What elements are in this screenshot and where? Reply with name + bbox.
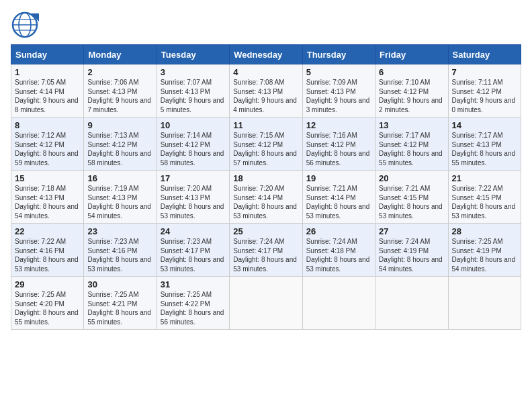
day-number: 13 <box>379 120 444 130</box>
day-number: 10 <box>161 120 226 130</box>
day-number: 15 <box>15 173 80 183</box>
day-cell-14: 14 Sunrise: 7:17 AMSunset: 4:13 PMDaylig… <box>448 118 521 171</box>
day-number: 17 <box>161 173 226 183</box>
day-cell-28: 28 Sunrise: 7:25 AMSunset: 4:19 PMDaylig… <box>448 224 521 277</box>
day-info: Sunrise: 7:23 AMSunset: 4:17 PMDaylight:… <box>161 238 224 273</box>
day-number: 31 <box>161 279 226 289</box>
day-info: Sunrise: 7:18 AMSunset: 4:13 PMDaylight:… <box>15 185 79 220</box>
calendar-table: SundayMondayTuesdayWednesdayThursdayFrid… <box>11 44 521 330</box>
day-number: 27 <box>379 226 444 236</box>
day-info: Sunrise: 7:17 AMSunset: 4:13 PMDaylight:… <box>452 132 516 167</box>
day-number: 11 <box>233 120 298 130</box>
day-cell-29: 29 Sunrise: 7:25 AMSunset: 4:20 PMDaylig… <box>11 277 84 330</box>
day-cell-25: 25 Sunrise: 7:24 AMSunset: 4:17 PMDaylig… <box>230 224 302 277</box>
calendar-week-1: 1 Sunrise: 7:05 AMSunset: 4:14 PMDayligh… <box>11 64 521 118</box>
day-number: 7 <box>452 67 517 77</box>
col-header-sunday: Sunday <box>11 45 84 64</box>
calendar-header-row: SundayMondayTuesdayWednesdayThursdayFrid… <box>11 45 521 64</box>
calendar-week-2: 8 Sunrise: 7:12 AMSunset: 4:12 PMDayligh… <box>11 118 521 171</box>
day-cell-26: 26 Sunrise: 7:24 AMSunset: 4:18 PMDaylig… <box>302 224 375 277</box>
day-info: Sunrise: 7:25 AMSunset: 4:22 PMDaylight:… <box>161 291 224 326</box>
col-header-monday: Monday <box>84 45 157 64</box>
day-info: Sunrise: 7:20 AMSunset: 4:14 PMDaylight:… <box>233 185 297 220</box>
col-header-thursday: Thursday <box>302 45 375 64</box>
day-info: Sunrise: 7:16 AMSunset: 4:12 PMDaylight:… <box>306 132 370 167</box>
day-number: 19 <box>306 173 371 183</box>
day-number: 2 <box>87 67 152 77</box>
day-number: 12 <box>306 120 371 130</box>
calendar-week-3: 15 Sunrise: 7:18 AMSunset: 4:13 PMDaylig… <box>11 171 521 224</box>
day-info: Sunrise: 7:10 AMSunset: 4:12 PMDaylight:… <box>379 79 443 113</box>
day-number: 26 <box>306 226 371 236</box>
day-info: Sunrise: 7:24 AMSunset: 4:19 PMDaylight:… <box>379 238 443 273</box>
day-cell-13: 13 Sunrise: 7:17 AMSunset: 4:12 PMDaylig… <box>375 118 448 171</box>
day-number: 3 <box>161 67 226 77</box>
day-cell-10: 10 Sunrise: 7:14 AMSunset: 4:12 PMDaylig… <box>157 118 229 171</box>
day-cell-22: 22 Sunrise: 7:22 AMSunset: 4:16 PMDaylig… <box>11 224 84 277</box>
day-cell-17: 17 Sunrise: 7:20 AMSunset: 4:13 PMDaylig… <box>157 171 229 224</box>
day-info: Sunrise: 7:05 AMSunset: 4:14 PMDaylight:… <box>15 79 79 113</box>
day-info: Sunrise: 7:23 AMSunset: 4:16 PMDaylight:… <box>87 238 151 273</box>
day-cell-6: 6 Sunrise: 7:10 AMSunset: 4:12 PMDayligh… <box>375 64 448 118</box>
logo-icon <box>11 11 39 39</box>
day-number: 6 <box>379 67 444 77</box>
page-header <box>11 11 521 39</box>
empty-cell <box>375 277 448 330</box>
day-cell-20: 20 Sunrise: 7:21 AMSunset: 4:15 PMDaylig… <box>375 171 448 224</box>
day-info: Sunrise: 7:20 AMSunset: 4:13 PMDaylight:… <box>161 185 224 220</box>
day-info: Sunrise: 7:06 AMSunset: 4:13 PMDaylight:… <box>87 79 151 113</box>
col-header-friday: Friday <box>375 45 448 64</box>
day-info: Sunrise: 7:12 AMSunset: 4:12 PMDaylight:… <box>15 132 79 167</box>
day-info: Sunrise: 7:08 AMSunset: 4:13 PMDaylight:… <box>233 79 297 113</box>
day-number: 25 <box>233 226 298 236</box>
day-cell-27: 27 Sunrise: 7:24 AMSunset: 4:19 PMDaylig… <box>375 224 448 277</box>
day-info: Sunrise: 7:24 AMSunset: 4:18 PMDaylight:… <box>306 238 370 273</box>
day-cell-23: 23 Sunrise: 7:23 AMSunset: 4:16 PMDaylig… <box>84 224 157 277</box>
day-info: Sunrise: 7:25 AMSunset: 4:19 PMDaylight:… <box>452 238 516 273</box>
day-cell-4: 4 Sunrise: 7:08 AMSunset: 4:13 PMDayligh… <box>230 64 302 118</box>
day-info: Sunrise: 7:09 AMSunset: 4:13 PMDaylight:… <box>306 79 370 113</box>
day-info: Sunrise: 7:21 AMSunset: 4:15 PMDaylight:… <box>379 185 443 220</box>
day-number: 18 <box>233 173 298 183</box>
day-number: 8 <box>15 120 80 130</box>
day-cell-30: 30 Sunrise: 7:25 AMSunset: 4:21 PMDaylig… <box>84 277 157 330</box>
day-info: Sunrise: 7:22 AMSunset: 4:16 PMDaylight:… <box>15 238 79 273</box>
day-cell-5: 5 Sunrise: 7:09 AMSunset: 4:13 PMDayligh… <box>302 64 375 118</box>
day-cell-2: 2 Sunrise: 7:06 AMSunset: 4:13 PMDayligh… <box>84 64 157 118</box>
day-number: 24 <box>161 226 226 236</box>
day-number: 1 <box>15 67 80 77</box>
day-number: 5 <box>306 67 371 77</box>
col-header-wednesday: Wednesday <box>230 45 302 64</box>
day-cell-31: 31 Sunrise: 7:25 AMSunset: 4:22 PMDaylig… <box>157 277 229 330</box>
day-number: 14 <box>452 120 517 130</box>
empty-cell <box>230 277 302 330</box>
day-cell-3: 3 Sunrise: 7:07 AMSunset: 4:13 PMDayligh… <box>157 64 229 118</box>
day-cell-8: 8 Sunrise: 7:12 AMSunset: 4:12 PMDayligh… <box>11 118 84 171</box>
day-cell-15: 15 Sunrise: 7:18 AMSunset: 4:13 PMDaylig… <box>11 171 84 224</box>
day-number: 29 <box>15 279 80 289</box>
day-cell-1: 1 Sunrise: 7:05 AMSunset: 4:14 PMDayligh… <box>11 64 84 118</box>
day-info: Sunrise: 7:19 AMSunset: 4:13 PMDaylight:… <box>87 185 151 220</box>
day-number: 22 <box>15 226 80 236</box>
day-cell-9: 9 Sunrise: 7:13 AMSunset: 4:12 PMDayligh… <box>84 118 157 171</box>
day-cell-24: 24 Sunrise: 7:23 AMSunset: 4:17 PMDaylig… <box>157 224 229 277</box>
day-cell-18: 18 Sunrise: 7:20 AMSunset: 4:14 PMDaylig… <box>230 171 302 224</box>
logo <box>11 11 40 39</box>
day-number: 21 <box>452 173 517 183</box>
day-info: Sunrise: 7:22 AMSunset: 4:15 PMDaylight:… <box>452 185 516 220</box>
day-number: 23 <box>87 226 152 236</box>
svg-marker-5 <box>31 13 39 21</box>
day-number: 4 <box>233 67 298 77</box>
empty-cell <box>302 277 375 330</box>
day-info: Sunrise: 7:21 AMSunset: 4:14 PMDaylight:… <box>306 185 370 220</box>
day-info: Sunrise: 7:15 AMSunset: 4:12 PMDaylight:… <box>233 132 297 167</box>
col-header-tuesday: Tuesday <box>157 45 229 64</box>
col-header-saturday: Saturday <box>448 45 521 64</box>
day-info: Sunrise: 7:13 AMSunset: 4:12 PMDaylight:… <box>87 132 151 167</box>
day-info: Sunrise: 7:14 AMSunset: 4:12 PMDaylight:… <box>161 132 224 167</box>
day-info: Sunrise: 7:07 AMSunset: 4:13 PMDaylight:… <box>161 79 224 113</box>
day-info: Sunrise: 7:17 AMSunset: 4:12 PMDaylight:… <box>379 132 443 167</box>
day-cell-19: 19 Sunrise: 7:21 AMSunset: 4:14 PMDaylig… <box>302 171 375 224</box>
day-cell-7: 7 Sunrise: 7:11 AMSunset: 4:12 PMDayligh… <box>448 64 521 118</box>
day-info: Sunrise: 7:25 AMSunset: 4:20 PMDaylight:… <box>15 291 79 326</box>
